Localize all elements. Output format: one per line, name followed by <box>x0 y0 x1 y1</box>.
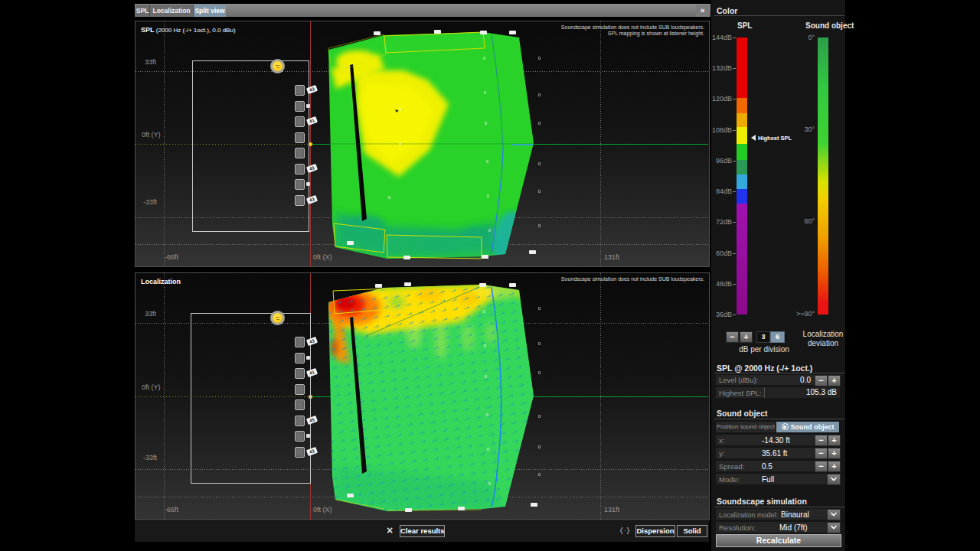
svg-text:0: 0 <box>486 159 488 164</box>
svg-text:0: 0 <box>538 414 541 419</box>
svg-text:0: 0 <box>538 223 541 228</box>
svg-text:0: 0 <box>399 142 401 146</box>
svg-text:0: 0 <box>488 228 491 233</box>
svg-text:0: 0 <box>538 121 541 126</box>
svg-text:0: 0 <box>538 56 541 60</box>
svg-text:0: 0 <box>399 107 401 112</box>
svg-text:0: 0 <box>538 445 541 449</box>
svg-text:0: 0 <box>484 344 486 348</box>
svg-text:0: 0 <box>484 90 486 95</box>
svg-text:0: 0 <box>538 472 541 477</box>
svg-text:0: 0 <box>487 194 489 198</box>
svg-text:0: 0 <box>538 306 541 311</box>
svg-text:0: 0 <box>388 195 390 200</box>
svg-text:0: 0 <box>485 121 487 126</box>
svg-text:0: 0 <box>538 161 541 166</box>
svg-text:0: 0 <box>483 309 485 314</box>
svg-text:0: 0 <box>483 56 485 60</box>
svg-text:0: 0 <box>538 189 541 194</box>
svg-text:0: 0 <box>538 341 541 346</box>
svg-text:0: 0 <box>486 412 488 417</box>
svg-text:0: 0 <box>488 481 491 486</box>
svg-text:0: 0 <box>487 447 489 452</box>
svg-text:0: 0 <box>538 93 541 97</box>
svg-text:0: 0 <box>485 374 487 379</box>
svg-text:0: 0 <box>538 370 541 375</box>
